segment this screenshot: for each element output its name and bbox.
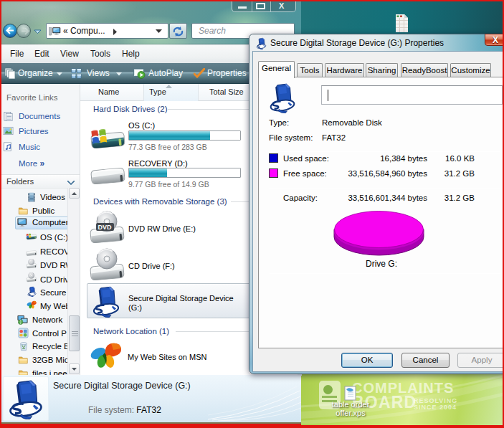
svg-text:DVD: DVD [98,224,113,231]
